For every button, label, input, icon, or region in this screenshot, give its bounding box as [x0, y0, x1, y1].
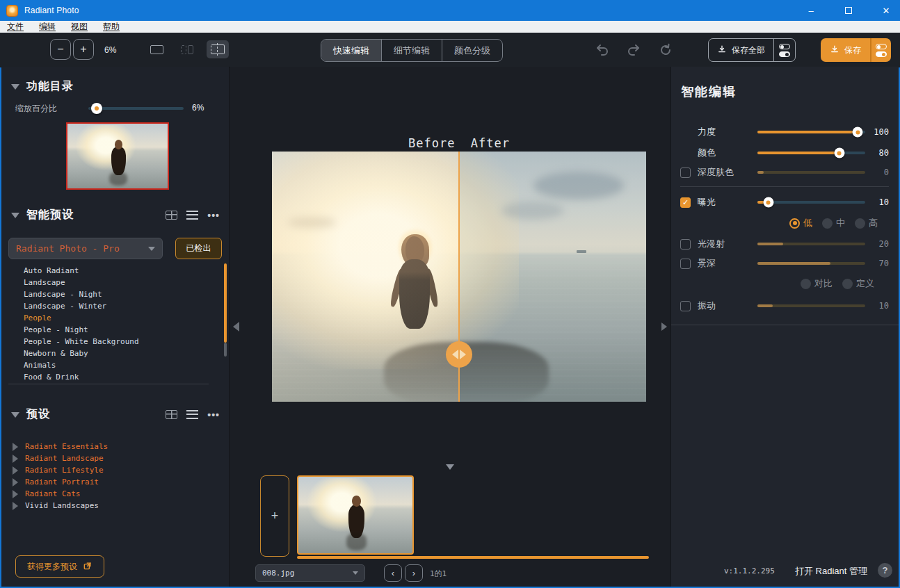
view-sidebyside-button[interactable]: [176, 40, 198, 58]
depth-checkbox[interactable]: [680, 259, 691, 269]
smart-preset-item[interactable]: People - White Background: [1, 336, 218, 348]
view-single-button[interactable]: [145, 40, 168, 58]
list-view-icon[interactable]: [186, 211, 198, 220]
save-all-button[interactable]: 保存全部: [708, 38, 796, 62]
expand-icon[interactable]: [13, 443, 18, 451]
collapse-right-panel-arrow[interactable]: [661, 322, 667, 331]
smart-preset-item[interactable]: Newborn & Baby: [1, 348, 218, 359]
exposure-slider[interactable]: [757, 201, 865, 204]
smart-preset-item[interactable]: Animals: [1, 359, 218, 371]
zoom-in-button[interactable]: +: [73, 39, 94, 60]
smart-preset-item[interactable]: Landscape: [1, 277, 218, 288]
smart-preset-item[interactable]: People - Night: [1, 324, 218, 336]
smart-preset-item[interactable]: Auto Radiant: [1, 265, 218, 277]
menu-help[interactable]: 帮助: [103, 21, 120, 33]
presets-section-header[interactable]: 预设 •••: [11, 407, 220, 422]
help-button[interactable]: ?: [878, 563, 892, 578]
menu-file[interactable]: 文件: [7, 21, 24, 33]
smart-preset-scrollbar-track[interactable]: [224, 343, 227, 357]
radio-contrast[interactable]: 对比: [801, 277, 833, 290]
catalog-section-header[interactable]: 功能目录: [11, 79, 220, 94]
expand-icon[interactable]: [13, 466, 18, 475]
get-more-presets-button[interactable]: 获得更多预设: [15, 555, 104, 578]
right-panel: 智能编辑 力度 100 颜色 80 深度肤色: [670, 67, 899, 587]
grid-view-icon[interactable]: [166, 211, 177, 220]
smart-preset-scrollbar[interactable]: [224, 263, 227, 343]
preset-group[interactable]: Radiant Cats: [8, 488, 217, 500]
more-options-icon[interactable]: •••: [207, 213, 220, 218]
menu-view[interactable]: 视图: [71, 21, 88, 33]
deep-skin-checkbox[interactable]: [680, 168, 691, 178]
filename-dropdown[interactable]: 008.jpg: [255, 564, 365, 582]
before-after-slider-handle[interactable]: [446, 341, 472, 368]
diffusion-value: 20: [865, 239, 889, 249]
radio-low[interactable]: 低: [789, 217, 812, 229]
expand-icon[interactable]: [13, 478, 18, 487]
slider-thumb[interactable]: [763, 197, 773, 208]
preset-group[interactable]: Radiant Portrait: [8, 476, 217, 488]
strength-slider[interactable]: [757, 131, 865, 133]
filmstrip-thumbnail-selected[interactable]: [297, 475, 414, 555]
add-photo-button[interactable]: +: [260, 475, 289, 557]
filmstrip-scrollbar[interactable]: [297, 556, 649, 559]
smart-preset-item[interactable]: Landscape - Winter: [1, 300, 218, 312]
more-options-icon[interactable]: •••: [207, 413, 220, 417]
diffusion-slider[interactable]: [757, 243, 865, 245]
left-panel: 功能目录 缩放百分比 6% 智能预设 ••• Radiant Photo - P…: [1, 67, 230, 587]
smart-preset-item-selected[interactable]: People: [1, 312, 218, 324]
depth-slider[interactable]: [757, 262, 865, 265]
view-slider-button[interactable]: [207, 40, 229, 58]
main-photo[interactable]: [272, 152, 646, 402]
preset-group[interactable]: Vivid Landscapes: [8, 500, 217, 512]
undo-button[interactable]: [595, 42, 610, 58]
save-options-toggle[interactable]: [870, 38, 891, 62]
tab-quick-edit[interactable]: 快速编辑: [321, 40, 382, 61]
radio-high[interactable]: 高: [855, 217, 878, 229]
slider-thumb[interactable]: [91, 103, 102, 114]
previous-photo-button[interactable]: ‹: [384, 564, 402, 582]
smart-preset-item[interactable]: Landscape - Night: [1, 288, 218, 300]
next-photo-button[interactable]: ›: [405, 564, 423, 582]
smart-presets-section-header[interactable]: 智能预设 •••: [11, 208, 220, 222]
minimize-button[interactable]: –: [803, 6, 819, 16]
filename-value: 008.jpg: [262, 569, 294, 578]
zoom-percent-slider[interactable]: [88, 107, 184, 110]
expand-icon[interactable]: [13, 455, 18, 463]
preset-group[interactable]: Radiant Landscape: [8, 452, 217, 464]
grid-view-icon[interactable]: [166, 410, 177, 419]
tab-detail-edit[interactable]: 细节编辑: [382, 40, 442, 61]
radio-definition[interactable]: 定义: [842, 277, 874, 290]
deep-skin-slider[interactable]: [757, 171, 865, 174]
collapse-filmstrip-arrow[interactable]: [446, 464, 454, 470]
redo-button[interactable]: [626, 42, 641, 58]
menu-edit[interactable]: 编辑: [39, 21, 56, 33]
diffusion-checkbox[interactable]: [680, 239, 691, 250]
slider-thumb[interactable]: [834, 148, 844, 158]
zoom-out-button[interactable]: −: [50, 39, 71, 60]
close-button[interactable]: ✕: [878, 6, 894, 16]
smart-preset-dropdown[interactable]: Radiant Photo - Pro: [8, 238, 163, 259]
list-view-icon[interactable]: [186, 410, 198, 419]
maximize-button[interactable]: [840, 6, 857, 16]
vibrance-checkbox[interactable]: [680, 301, 691, 311]
smart-preset-item[interactable]: Food & Drink: [1, 371, 218, 383]
preset-group[interactable]: Radiant Lifestyle: [8, 464, 217, 476]
expand-icon[interactable]: [13, 502, 18, 510]
slider-thumb[interactable]: [853, 127, 863, 138]
open-radiant-manager-link[interactable]: 打开 Radiant 管理: [795, 565, 867, 578]
exposure-checkbox[interactable]: ✓: [680, 197, 691, 208]
save-button[interactable]: 保存: [821, 38, 891, 62]
preset-group[interactable]: Radiant Essentials: [8, 441, 217, 452]
save-label: 保存: [844, 44, 861, 56]
navigator-preview[interactable]: [66, 122, 169, 190]
collapse-left-panel-arrow[interactable]: [233, 322, 239, 332]
vibrance-slider[interactable]: [757, 304, 865, 307]
zoom-level-value: 6%: [104, 45, 116, 55]
color-slider[interactable]: [757, 152, 865, 154]
detected-button[interactable]: 已检出: [175, 238, 222, 259]
tab-color-grading[interactable]: 颜色分级: [442, 40, 502, 61]
reset-button[interactable]: [658, 42, 673, 58]
expand-icon[interactable]: [13, 490, 18, 498]
radio-medium[interactable]: 中: [822, 217, 845, 229]
save-all-options-toggle[interactable]: [773, 39, 795, 61]
